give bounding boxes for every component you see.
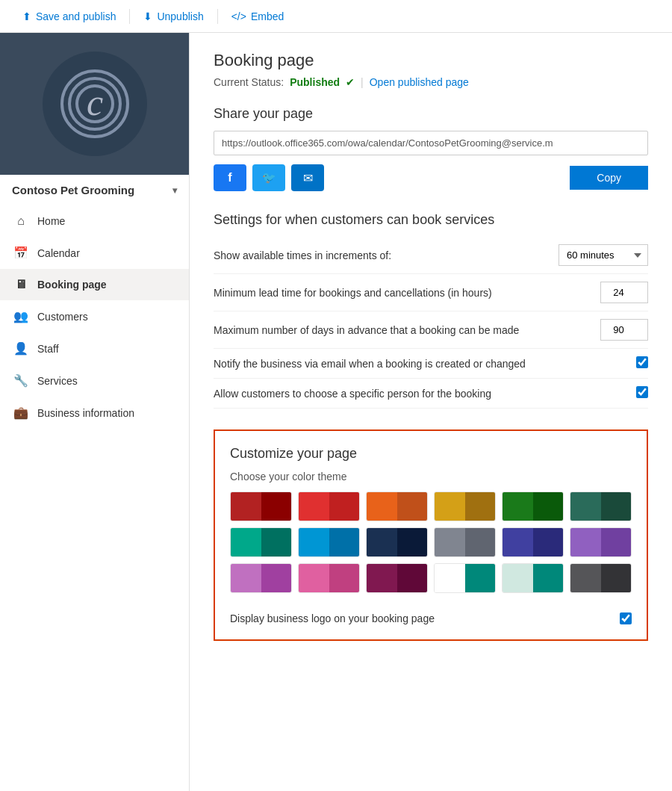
twitter-icon: 🐦 <box>262 171 276 184</box>
home-icon: ⌂ <box>13 214 28 228</box>
sidebar-item-staff[interactable]: 👤 Staff <box>0 332 189 365</box>
display-logo-checkbox[interactable] <box>620 612 632 624</box>
unpublish-button[interactable]: ⬇ Unpublish <box>133 4 214 28</box>
increments-select[interactable]: 15 minutes 30 minutes 60 minutes <box>559 244 648 266</box>
setting-control-max-days <box>600 319 648 341</box>
business-info-icon: 💼 <box>13 406 28 420</box>
color-swatch[interactable] <box>230 563 292 593</box>
main-content: Booking page Current Status: Published ✔… <box>190 33 672 791</box>
color-swatch[interactable] <box>570 563 632 593</box>
unpublish-icon: ⬇ <box>143 10 152 22</box>
color-swatch[interactable] <box>298 563 360 593</box>
color-swatch[interactable] <box>502 527 564 557</box>
setting-row-increments: Show available times in increments of: 1… <box>214 237 648 274</box>
svg-text:c: c <box>86 81 102 123</box>
color-swatch[interactable] <box>570 491 632 521</box>
share-actions: f 🐦 ✉ Copy <box>214 164 648 191</box>
setting-row-notify-email: Notify the business via email when a boo… <box>214 349 648 379</box>
setting-control-increments: 15 minutes 30 minutes 60 minutes <box>559 244 648 266</box>
settings-section: Settings for when customers can book ser… <box>214 212 648 409</box>
color-swatch[interactable] <box>502 491 564 521</box>
color-theme-label: Choose your color theme <box>230 471 632 483</box>
sidebar-item-label: Home <box>37 215 65 227</box>
sidebar-item-services[interactable]: 🔧 Services <box>0 365 189 397</box>
staff-icon: 👤 <box>13 341 28 356</box>
max-days-input[interactable] <box>600 319 648 341</box>
lead-time-input[interactable] <box>600 282 648 303</box>
toolbar: ⬆ Save and publish ⬇ Unpublish </> Embed <box>0 0 672 33</box>
email-share-button[interactable]: ✉ <box>291 164 324 191</box>
twitter-share-button[interactable]: 🐦 <box>252 164 285 191</box>
customers-icon: 👥 <box>13 309 28 323</box>
sidebar-item-booking-page[interactable]: 🖥 Booking page <box>0 269 189 300</box>
color-swatch[interactable] <box>434 563 496 593</box>
color-swatch[interactable] <box>366 563 428 593</box>
services-icon: 🔧 <box>13 373 28 388</box>
specific-person-checkbox[interactable] <box>636 386 648 398</box>
toolbar-separator <box>129 9 130 24</box>
sidebar-item-label: Booking page <box>37 279 107 291</box>
save-publish-button[interactable]: ⬆ Save and publish <box>12 4 126 28</box>
customize-section: Customize your page Choose your color th… <box>214 429 648 641</box>
setting-control-lead-time <box>600 282 648 303</box>
embed-icon: </> <box>231 10 246 22</box>
sidebar-item-label: Services <box>37 375 78 387</box>
color-swatch[interactable] <box>434 527 496 557</box>
logo-svg: c <box>57 66 132 141</box>
sidebar-item-label: Business information <box>37 407 134 419</box>
embed-button[interactable]: </> Embed <box>221 4 295 28</box>
color-swatch[interactable] <box>366 527 428 557</box>
logo-display-row: Display business logo on your booking pa… <box>230 605 632 624</box>
setting-label-increments: Show available times in increments of: <box>214 249 559 261</box>
color-swatch[interactable] <box>298 491 360 521</box>
page-title: Booking page <box>214 51 648 70</box>
sidebar-item-calendar[interactable]: 📅 Calendar <box>0 237 189 269</box>
facebook-share-button[interactable]: f <box>214 164 246 191</box>
setting-row-specific-person: Allow customers to choose a specific per… <box>214 379 648 409</box>
status-row: Current Status: Published ✔ | Open publi… <box>214 76 648 88</box>
toolbar-separator-2 <box>217 9 218 24</box>
setting-label-max-days: Maximum number of days in advance that a… <box>214 324 572 336</box>
color-swatch[interactable] <box>230 491 292 521</box>
color-swatch[interactable] <box>366 491 428 521</box>
color-swatch[interactable] <box>434 491 496 521</box>
published-checkmark-icon: ✔ <box>346 76 355 88</box>
color-swatch[interactable] <box>230 527 292 557</box>
logo-circle: c <box>43 52 147 156</box>
customize-title: Customize your page <box>230 446 632 462</box>
booking-page-icon: 🖥 <box>13 278 28 291</box>
sidebar-item-label: Calendar <box>37 247 80 259</box>
notify-email-checkbox[interactable] <box>636 356 648 368</box>
share-url-display: https://outlook.office365.com/owa/calend… <box>214 131 648 155</box>
save-publish-icon: ⬆ <box>22 10 31 22</box>
color-swatch[interactable] <box>298 527 360 557</box>
sidebar: c Contoso Pet Grooming ▾ ⌂ Home 📅 Calend… <box>0 33 190 791</box>
social-icons-group: f 🐦 ✉ <box>214 164 324 191</box>
open-published-page-link[interactable]: Open published page <box>370 76 469 88</box>
sidebar-item-business-information[interactable]: 💼 Business information <box>0 397 189 429</box>
sidebar-item-customers[interactable]: 👥 Customers <box>0 300 189 332</box>
chevron-down-icon: ▾ <box>172 185 177 196</box>
setting-label-lead-time: Minimum lead time for bookings and cance… <box>214 287 572 299</box>
setting-label-notify-email: Notify the business via email when a boo… <box>214 358 572 370</box>
setting-label-specific-person: Allow customers to choose a specific per… <box>214 388 572 400</box>
color-swatch[interactable] <box>570 527 632 557</box>
calendar-icon: 📅 <box>13 246 28 260</box>
copy-button[interactable]: Copy <box>570 166 648 190</box>
settings-title: Settings for when customers can book ser… <box>214 212 648 228</box>
facebook-icon: f <box>228 171 231 184</box>
status-separator: | <box>361 76 364 88</box>
setting-control-notify-email <box>636 356 648 370</box>
color-swatch[interactable] <box>502 563 564 593</box>
sidebar-logo: c <box>0 33 189 175</box>
business-name-dropdown[interactable]: Contoso Pet Grooming ▾ <box>0 175 189 205</box>
sidebar-nav: ⌂ Home 📅 Calendar 🖥 Booking page 👥 Custo… <box>0 205 189 429</box>
status-badge: Published <box>290 76 340 88</box>
sidebar-item-home[interactable]: ⌂ Home <box>0 205 189 237</box>
color-grid <box>230 491 632 593</box>
share-section: Share your page https://outlook.office36… <box>214 106 648 191</box>
email-icon: ✉ <box>303 171 313 185</box>
sidebar-item-label: Customers <box>37 311 88 323</box>
status-label: Current Status: <box>214 76 284 88</box>
business-name-label: Contoso Pet Grooming <box>12 184 134 196</box>
